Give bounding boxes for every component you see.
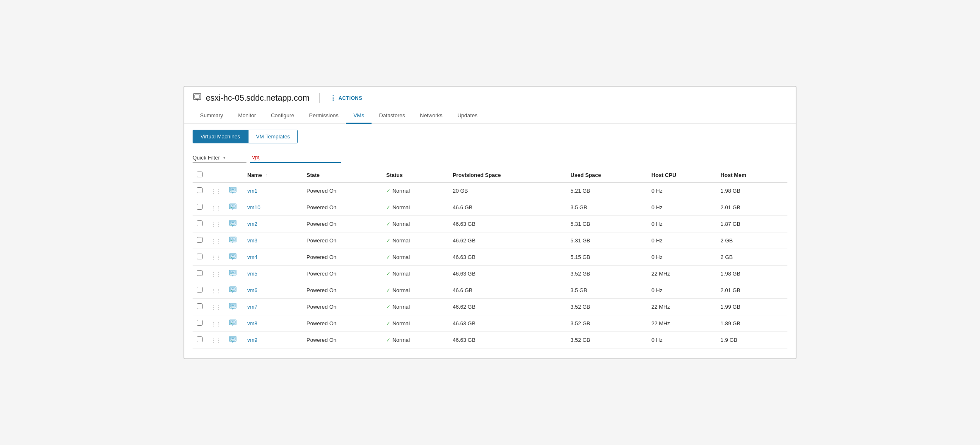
filter-row: Quick Filter ▾ — [184, 149, 796, 168]
vm-state-cell: Powered On — [302, 315, 382, 332]
svg-rect-15 — [231, 207, 232, 208]
state-column-header[interactable]: State — [302, 168, 382, 183]
vm-host-cpu-cell: 22 MHz — [647, 266, 717, 282]
drag-handle[interactable]: ⋮⋮ — [207, 199, 225, 216]
drag-handle[interactable]: ⋮⋮ — [207, 315, 225, 332]
subtab-virtual-machines[interactable]: Virtual Machines — [193, 130, 248, 143]
vm-host-mem-cell: 2.01 GB — [717, 282, 787, 299]
svg-rect-63 — [231, 340, 232, 341]
row-checkbox[interactable] — [197, 303, 203, 309]
vm-name-link[interactable]: vm10 — [247, 204, 261, 210]
status-column-header[interactable]: Status — [382, 168, 448, 183]
select-all-header[interactable] — [193, 168, 207, 183]
tab-summary[interactable]: Summary — [193, 108, 231, 124]
drag-handle[interactable]: ⋮⋮ — [207, 299, 225, 315]
quick-filter-dropdown[interactable]: Quick Filter ▾ — [193, 153, 246, 163]
vm-name-link[interactable]: vm2 — [247, 221, 258, 227]
row-checkbox-cell — [193, 199, 207, 216]
host-name: esxi-hc-05.sddc.netapp.com — [206, 93, 309, 103]
row-checkbox-cell — [193, 182, 207, 199]
row-checkbox-cell — [193, 332, 207, 348]
vm-status-cell: ✓Normal — [382, 182, 448, 199]
subtab-vm-templates[interactable]: VM Templates — [248, 130, 298, 143]
drag-handle[interactable]: ⋮⋮ — [207, 266, 225, 282]
tab-updates[interactable]: Updates — [450, 108, 485, 124]
provisioned-space-column-header[interactable]: Provisioned Space — [449, 168, 566, 183]
row-checkbox[interactable] — [197, 237, 203, 243]
vm-name-link[interactable]: vm7 — [247, 304, 258, 310]
table-row: ⋮⋮ vm8Powered On✓Normal46.63 GB3.52 GB22… — [193, 315, 787, 332]
row-checkbox[interactable] — [197, 220, 203, 226]
status-check-icon: ✓ — [386, 188, 391, 194]
status-text: Normal — [392, 204, 410, 210]
row-checkbox-cell — [193, 282, 207, 299]
vm-host-cpu-cell: 0 Hz — [647, 282, 717, 299]
row-checkbox[interactable] — [197, 336, 203, 342]
tab-networks[interactable]: Networks — [413, 108, 450, 124]
status-check-icon: ✓ — [386, 237, 391, 244]
drag-handle[interactable]: ⋮⋮ — [207, 332, 225, 348]
vm-name-link[interactable]: vm1 — [247, 188, 258, 194]
svg-rect-39 — [231, 273, 232, 274]
vm-name-cell: vm9 — [243, 332, 302, 348]
vm-icon-cell — [225, 182, 243, 199]
vm-used-space-cell: 5.21 GB — [566, 182, 647, 199]
vm-host-mem-cell: 1.98 GB — [717, 182, 787, 199]
vm-status-cell: ✓Normal — [382, 249, 448, 266]
drag-handle[interactable]: ⋮⋮ — [207, 182, 225, 199]
tab-vms[interactable]: VMs — [346, 108, 372, 124]
vm-used-space-cell: 3.52 GB — [566, 266, 647, 282]
icon-header — [225, 168, 243, 183]
vm-state-cell: Powered On — [302, 182, 382, 199]
row-checkbox[interactable] — [197, 320, 203, 326]
drag-handle[interactable]: ⋮⋮ — [207, 216, 225, 232]
row-checkbox[interactable] — [197, 254, 203, 259]
filter-input-wrap — [250, 152, 341, 163]
vm-icon-cell — [225, 249, 243, 266]
row-checkbox[interactable] — [197, 270, 203, 276]
vm-used-space-cell: 3.5 GB — [566, 282, 647, 299]
vm-icon-cell — [225, 199, 243, 216]
vm-name-link[interactable]: vm8 — [247, 320, 258, 326]
name-column-header[interactable]: Name ↑ — [243, 168, 302, 183]
drag-handle[interactable]: ⋮⋮ — [207, 249, 225, 266]
vm-state-cell: Powered On — [302, 216, 382, 232]
svg-rect-45 — [231, 290, 232, 291]
svg-rect-33 — [231, 257, 232, 258]
drag-handle[interactable]: ⋮⋮ — [207, 232, 225, 249]
status-text: Normal — [392, 237, 410, 244]
vm-name-link[interactable]: vm6 — [247, 287, 258, 293]
row-checkbox[interactable] — [197, 287, 203, 293]
status-text: Normal — [392, 254, 410, 260]
actions-button[interactable]: ⋮ ACTIONS — [330, 94, 362, 102]
vm-host-mem-cell: 1.99 GB — [717, 299, 787, 315]
vm-name-link[interactable]: vm5 — [247, 271, 258, 277]
select-all-checkbox[interactable] — [197, 172, 203, 177]
vm-status-cell: ✓Normal — [382, 332, 448, 348]
host-mem-column-header[interactable]: Host Mem — [717, 168, 787, 183]
svg-rect-57 — [231, 323, 232, 324]
table-row: ⋮⋮ vm2Powered On✓Normal46.63 GB5.31 GB0 … — [193, 216, 787, 232]
tab-monitor[interactable]: Monitor — [231, 108, 263, 124]
vm-name-link[interactable]: vm4 — [247, 254, 258, 260]
vm-name-cell: vm10 — [243, 199, 302, 216]
vm-name-link[interactable]: vm3 — [247, 237, 258, 244]
vm-icon-cell — [225, 266, 243, 282]
tab-configure[interactable]: Configure — [263, 108, 302, 124]
vm-name-cell: vm6 — [243, 282, 302, 299]
tab-datastores[interactable]: Datastores — [372, 108, 413, 124]
used-space-column-header[interactable]: Used Space — [566, 168, 647, 183]
drag-handle[interactable]: ⋮⋮ — [207, 282, 225, 299]
vm-provisioned-space-cell: 46.63 GB — [449, 266, 566, 282]
row-checkbox[interactable] — [197, 187, 203, 193]
table-row: ⋮⋮ vm4Powered On✓Normal46.63 GB5.15 GB0 … — [193, 249, 787, 266]
vm-state-cell: Powered On — [302, 332, 382, 348]
search-input[interactable] — [250, 152, 341, 162]
row-checkbox[interactable] — [197, 204, 203, 210]
vm-name-link[interactable]: vm9 — [247, 337, 258, 343]
status-text: Normal — [392, 304, 410, 310]
tab-permissions[interactable]: Permissions — [302, 108, 346, 124]
host-cpu-column-header[interactable]: Host CPU — [647, 168, 717, 183]
status-check-icon: ✓ — [386, 221, 391, 227]
table-row: ⋮⋮ vm3Powered On✓Normal46.62 GB5.31 GB0 … — [193, 232, 787, 249]
